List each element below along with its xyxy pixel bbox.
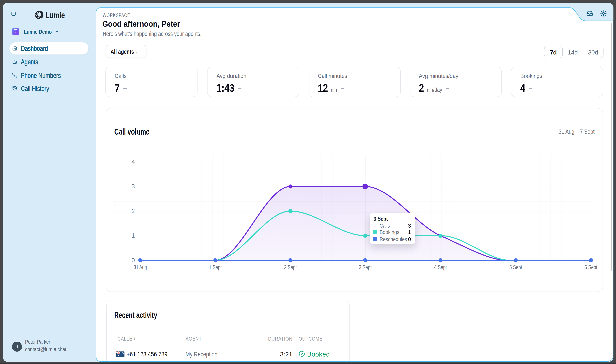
svg-text:0: 0 [131,257,135,263]
svg-text:31 Aug: 31 Aug [134,264,147,271]
svg-text:2 Sept: 2 Sept [284,264,297,271]
svg-text:6 Sept: 6 Sept [585,264,597,271]
svg-text:4 Sept: 4 Sept [434,264,447,271]
svg-text:2: 2 [131,208,135,214]
svg-text:5 Sept: 5 Sept [509,264,522,271]
svg-text:1: 1 [131,232,135,239]
svg-text:3: 3 [131,183,135,190]
svg-text:4: 4 [131,158,135,165]
svg-text:3 Sept: 3 Sept [359,264,372,271]
svg-text:1 Sept: 1 Sept [209,264,222,271]
